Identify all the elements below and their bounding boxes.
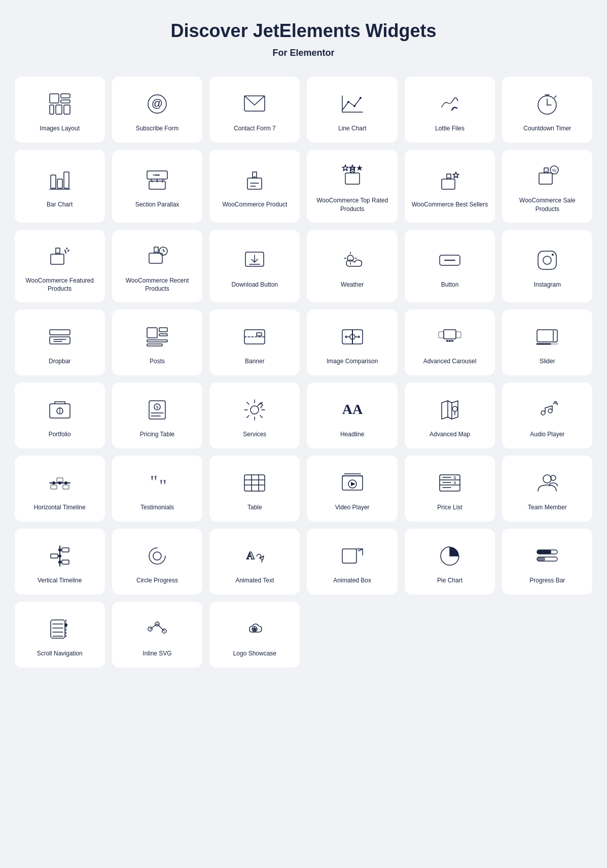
inline-svg-label: Inline SVG bbox=[142, 649, 171, 658]
svg-rect-79 bbox=[537, 330, 557, 342]
widget-image-comparison[interactable]: Image Comparison bbox=[307, 309, 397, 375]
widget-scroll-navigation[interactable]: Scroll Navigation bbox=[15, 602, 105, 668]
widget-inline-svg[interactable]: Inline SVG bbox=[112, 602, 202, 668]
advanced-carousel-icon bbox=[436, 323, 464, 351]
widget-progress-bar[interactable]: Progress Bar bbox=[502, 529, 592, 595]
svg-point-137 bbox=[153, 552, 161, 560]
widget-team-member[interactable]: Team Member bbox=[502, 456, 592, 522]
audio-player-label: Audio Player bbox=[530, 430, 564, 439]
widget-logo-showcase[interactable]: Logo Showcase bbox=[209, 602, 300, 668]
svg-point-93 bbox=[251, 406, 259, 414]
animated-box-label: Animated Box bbox=[333, 576, 371, 585]
widget-animated-text[interactable]: A Animated Text bbox=[209, 529, 300, 595]
svg-line-19 bbox=[554, 96, 556, 98]
widget-advanced-carousel[interactable]: Advanced Carousel bbox=[405, 309, 495, 375]
svg-text:%: % bbox=[552, 168, 556, 173]
widget-images-layout[interactable]: Images Layout bbox=[15, 77, 105, 143]
widget-circle-progress[interactable]: Circle Progress bbox=[112, 529, 202, 595]
pricing-table-icon: $ bbox=[143, 396, 171, 424]
slider-icon bbox=[533, 323, 561, 351]
widget-woocommerce-sale[interactable]: % WooCommerce Sale Products bbox=[502, 150, 592, 223]
widget-button[interactable]: Button bbox=[405, 230, 495, 303]
testimonials-icon: "" bbox=[143, 469, 171, 497]
svg-rect-74 bbox=[439, 332, 444, 338]
svg-rect-21 bbox=[57, 179, 62, 188]
widget-pie-chart[interactable]: Pie Chart bbox=[405, 529, 495, 595]
vertical-timeline-label: Vertical Timeline bbox=[38, 576, 82, 585]
widget-bar-chart[interactable]: Bar Chart bbox=[15, 150, 105, 223]
widget-weather[interactable]: Weather bbox=[307, 230, 397, 303]
widget-lottie-files[interactable]: Lottie Files bbox=[405, 77, 495, 143]
svg-point-130 bbox=[58, 548, 61, 551]
headline-icon: AA bbox=[338, 396, 367, 424]
widget-woocommerce-best-sellers[interactable]: WooCommerce Best Sellers bbox=[405, 150, 495, 223]
svg-rect-60 bbox=[147, 328, 157, 338]
widget-vertical-timeline[interactable]: Vertical Timeline bbox=[15, 529, 105, 595]
widget-download-button[interactable]: Download Button bbox=[209, 230, 300, 303]
svg-line-155 bbox=[157, 624, 164, 631]
svg-rect-57 bbox=[50, 337, 70, 344]
svg-rect-143 bbox=[537, 557, 545, 561]
widget-slider[interactable]: Slider bbox=[502, 309, 592, 375]
widget-woocommerce-recent[interactable]: WooCommerce Recent Products bbox=[112, 230, 202, 303]
pie-chart-icon bbox=[436, 542, 464, 570]
widget-animated-box[interactable]: Animated Box bbox=[307, 529, 397, 595]
horizontal-timeline-label: Horizontal Timeline bbox=[34, 503, 86, 512]
widget-woocommerce-top-rated[interactable]: WooCommerce Top Rated Products bbox=[307, 150, 397, 223]
weather-label: Weather bbox=[341, 281, 364, 289]
widget-instagram[interactable]: Instagram bbox=[502, 230, 592, 303]
svg-point-136 bbox=[149, 548, 165, 564]
widget-pricing-table[interactable]: $ Pricing Table bbox=[112, 383, 202, 448]
svg-rect-144 bbox=[51, 620, 65, 638]
widget-advanced-map[interactable]: Advanced Map bbox=[405, 383, 495, 448]
woocommerce-featured-icon bbox=[46, 242, 74, 270]
svg-rect-61 bbox=[159, 328, 167, 332]
svg-marker-34 bbox=[342, 165, 348, 171]
svg-rect-2 bbox=[61, 100, 70, 103]
svg-marker-36 bbox=[453, 172, 459, 178]
woocommerce-best-sellers-label: WooCommerce Best Sellers bbox=[412, 200, 488, 209]
instagram-icon bbox=[533, 246, 561, 274]
svg-rect-106 bbox=[63, 485, 69, 489]
widget-services[interactable]: Services bbox=[209, 383, 300, 448]
svg-text:A: A bbox=[246, 549, 255, 562]
svg-point-132 bbox=[58, 561, 61, 564]
widget-headline[interactable]: AA Headline bbox=[307, 383, 397, 448]
svg-rect-134 bbox=[51, 554, 58, 558]
widget-subscribe-form[interactable]: @ Subscribe Form bbox=[112, 77, 202, 143]
logo-showcase-icon bbox=[240, 615, 269, 643]
widget-countdown-timer[interactable]: Countdown Timer bbox=[502, 77, 592, 143]
svg-rect-35 bbox=[442, 179, 455, 189]
widget-price-list[interactable]: $$ Price List bbox=[405, 456, 495, 522]
widget-banner[interactable]: Banner bbox=[209, 309, 300, 375]
widget-table[interactable]: Table bbox=[209, 456, 300, 522]
svg-text:AA: AA bbox=[342, 401, 363, 417]
widget-video-player[interactable]: Video Player bbox=[307, 456, 397, 522]
advanced-carousel-label: Advanced Carousel bbox=[423, 357, 477, 366]
svg-rect-28 bbox=[247, 178, 262, 189]
svg-rect-22 bbox=[64, 172, 69, 188]
svg-rect-73 bbox=[444, 330, 456, 339]
svg-rect-65 bbox=[244, 330, 265, 344]
widget-portfolio[interactable]: Portfolio bbox=[15, 383, 105, 448]
banner-label: Banner bbox=[245, 357, 265, 366]
widget-audio-player[interactable]: Audio Player bbox=[502, 383, 592, 448]
woocommerce-recent-label: WooCommerce Recent Products bbox=[117, 276, 197, 294]
dropbar-icon bbox=[46, 323, 74, 351]
table-icon bbox=[240, 469, 269, 497]
woocommerce-sale-icon: % bbox=[533, 162, 561, 190]
lottie-files-icon bbox=[436, 90, 464, 118]
widget-testimonials[interactable]: "" Testimonials bbox=[112, 456, 202, 522]
advanced-map-label: Advanced Map bbox=[430, 430, 470, 439]
widget-section-parallax[interactable]: Section Parallax bbox=[112, 150, 202, 223]
widget-posts[interactable]: Posts bbox=[112, 309, 202, 375]
widget-contact-form[interactable]: Contact Form 7 bbox=[209, 77, 300, 143]
widget-woocommerce-featured[interactable]: WooCommerce Featured Products bbox=[15, 230, 105, 303]
woocommerce-recent-icon bbox=[143, 242, 171, 270]
widget-woocommerce-product[interactable]: WooCommerce Product bbox=[209, 150, 300, 223]
horizontal-timeline-icon bbox=[46, 469, 74, 497]
svg-rect-64 bbox=[147, 344, 162, 346]
widget-dropbar[interactable]: Dropbar bbox=[15, 309, 105, 375]
widget-line-chart[interactable]: Line Chart bbox=[307, 77, 397, 143]
widget-horizontal-timeline[interactable]: Horizontal Timeline bbox=[15, 456, 105, 522]
